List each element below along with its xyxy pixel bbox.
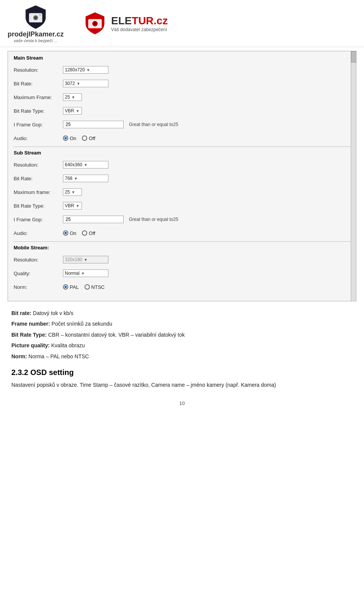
sub-stream-resolution-label: Resolution:	[14, 162, 63, 168]
sub-stream-audio-on-label: On	[70, 230, 76, 236]
body-line1-text: Datový tok v kb/s	[31, 310, 73, 316]
mobile-stream-norm-pal-dot	[63, 284, 68, 290]
resolution-arrow-icon: ▼	[86, 68, 90, 72]
main-stream-resolution-select[interactable]: 1280x720 ▼	[63, 66, 108, 74]
stream-settings-panel: Main Stream Resolution: 1280x720 ▼ Bit R…	[8, 51, 356, 301]
eletur-prefix: ELE	[111, 15, 132, 27]
main-stream-bitrate-type-label: Bit Rate Type:	[14, 108, 63, 114]
maxframe-arrow-icon: ▼	[71, 95, 75, 99]
main-stream-audio-on-dot	[63, 136, 68, 141]
sub-stream-audio-on-radio[interactable]: On	[63, 230, 76, 236]
main-stream-audio-control: On Off	[63, 136, 95, 141]
sub-stream-bitrate-type-value: VBR	[65, 203, 74, 208]
main-stream-resolution-control: 1280x720 ▼	[63, 66, 108, 74]
bitrate-arrow-icon: ▼	[77, 82, 80, 86]
sub-stream-resolution-row: Resolution: 640x360 ▼	[14, 159, 350, 170]
quality-arrow-icon: ▼	[81, 271, 85, 276]
sub-stream-bitrate-select[interactable]: 768 ▼	[63, 175, 108, 182]
shield-left-icon	[22, 4, 49, 30]
svg-point-6	[94, 22, 97, 25]
body-line-5: Norm: Norma – PAL nebo NTSC	[11, 352, 353, 361]
main-stream-audio-off-dot	[82, 136, 87, 141]
body-line3-bold: Bit Rate Type:	[11, 332, 47, 338]
main-content: Main Stream Resolution: 1280x720 ▼ Bit R…	[0, 47, 364, 421]
sub-stream-iframe-label: I Frame Gop:	[14, 217, 63, 222]
sub-bitrate-type-arrow-icon: ▼	[76, 204, 80, 208]
main-stream-audio-on-label: On	[70, 136, 76, 141]
section-divider-2	[14, 241, 350, 242]
main-stream-iframe-input[interactable]	[63, 121, 124, 128]
main-stream-bitrate-value: 3072	[65, 81, 75, 86]
mobile-stream-quality-value: Normal	[65, 271, 80, 276]
sub-stream-bitrate-control: 768 ▼	[63, 175, 108, 182]
mobile-stream-title: Mobile Stream:	[14, 245, 350, 251]
main-stream-resolution-value: 1280x720	[65, 67, 85, 72]
mobile-stream-quality-label: Quality:	[14, 271, 63, 276]
mobile-resolution-arrow-icon: ▼	[84, 258, 88, 262]
sub-stream-resolution-select[interactable]: 640x360 ▼	[63, 161, 108, 169]
sub-stream-bitrate-type-select[interactable]: VBR ▼	[63, 202, 82, 210]
mobile-stream-norm-ntsc-dot	[85, 284, 90, 290]
sub-stream-iframe-input[interactable]	[63, 216, 124, 223]
sub-stream-resolution-control: 640x360 ▼	[63, 161, 108, 169]
bitrate-type-arrow-icon: ▼	[76, 109, 80, 113]
main-stream-audio-off-radio[interactable]: Off	[82, 136, 95, 141]
sub-stream-audio-row: Audio: On Off	[14, 228, 350, 238]
logo-left-brand: prodejIPkamer.cz	[8, 30, 64, 38]
sub-bitrate-arrow-icon: ▼	[74, 176, 78, 181]
main-stream-section: Main Stream Resolution: 1280x720 ▼ Bit R…	[14, 55, 350, 143]
sub-stream-iframe-row: I Frame Gop: Great than or equal to25	[14, 214, 350, 225]
main-stream-maxframe-value: 25	[65, 95, 70, 100]
main-stream-audio-off-label: Off	[89, 136, 95, 141]
body-line1-bold: Bit rate:	[11, 310, 31, 316]
svg-rect-7	[99, 20, 101, 22]
page-header: prodejIPkamer.cz vaše cesta k bezpečí ..…	[0, 0, 364, 47]
logo-left-tagline: vaše cesta k bezpečí ...	[14, 38, 58, 43]
sub-stream-section: Sub Stream Resolution: 640x360 ▼ Bit Rat…	[14, 150, 350, 238]
mobile-stream-resolution-value: 320x180	[65, 257, 82, 262]
body-line2-bold: Frame number:	[11, 321, 50, 327]
main-stream-resolution-row: Resolution: 1280x720 ▼	[14, 65, 350, 75]
sub-stream-maxframe-value: 25	[65, 189, 70, 195]
sub-stream-bitrate-label: Bit Rate:	[14, 176, 63, 181]
mobile-stream-norm-pal-radio[interactable]: PAL	[63, 284, 79, 290]
main-stream-maxframe-label: Maximum Frame:	[14, 95, 63, 100]
main-stream-resolution-label: Resolution:	[14, 67, 63, 73]
main-stream-bitrate-type-value: VBR	[65, 108, 74, 113]
main-stream-bitrate-type-select[interactable]: VBR ▼	[63, 107, 82, 115]
main-stream-bitrate-control: 3072 ▼	[63, 80, 108, 87]
sub-stream-bitrate-value: 768	[65, 176, 72, 181]
logo-left: prodejIPkamer.cz vaše cesta k bezpečí ..…	[8, 4, 64, 43]
sub-stream-maxframe-select[interactable]: 25 ▼	[63, 188, 82, 196]
mobile-stream-norm-row: Norm: PAL NTSC	[14, 282, 350, 292]
sub-stream-audio-off-label: Off	[89, 230, 95, 236]
sub-stream-audio-label: Audio:	[14, 230, 63, 236]
main-stream-audio-on-radio[interactable]: On	[63, 136, 76, 141]
body-line-3: Bit Rate Type: CBR – konstantní datový t…	[11, 331, 353, 339]
mobile-stream-resolution-control: 320x180 ▼	[63, 256, 108, 263]
mobile-stream-norm-ntsc-radio[interactable]: NTSC	[85, 284, 105, 290]
mobile-stream-resolution-select[interactable]: 320x180 ▼	[63, 256, 108, 263]
logo-right-text: ELETUR.cz Váš dodavatel zabezpečení	[111, 15, 168, 32]
body-text-area: Bit rate: Datový tok v kb/s Frame number…	[8, 309, 356, 361]
main-stream-maxframe-row: Maximum Frame: 25 ▼	[14, 92, 350, 102]
scrollbar-thumb[interactable]	[351, 51, 356, 63]
mobile-stream-norm-pal-label: PAL	[70, 284, 79, 290]
main-stream-iframe-hint: Great than or equal to25	[129, 122, 178, 127]
main-stream-maxframe-control: 25 ▼	[63, 93, 82, 101]
main-stream-iframe-row: I Frame Gop: Great than or equal to25	[14, 119, 350, 130]
main-stream-maxframe-select[interactable]: 25 ▼	[63, 93, 82, 101]
mobile-stream-norm-label: Norm:	[14, 284, 63, 290]
main-stream-bitrate-label: Bit Rate:	[14, 81, 63, 87]
body-line2-text: Počet snímků za sekundu	[50, 321, 112, 327]
sub-stream-bitrate-row: Bit Rate: 768 ▼	[14, 173, 350, 184]
main-stream-bitrate-select[interactable]: 3072 ▼	[63, 80, 108, 87]
panel-scrollbar[interactable]	[351, 51, 356, 301]
mobile-stream-quality-select[interactable]: Normal ▼	[63, 269, 108, 277]
sub-stream-title: Sub Stream	[14, 150, 350, 156]
sub-stream-audio-on-dot	[63, 230, 68, 236]
svg-point-2	[34, 16, 38, 19]
section-232-heading: 2.3.2 OSD setting	[11, 368, 353, 377]
main-stream-audio-label: Audio:	[14, 136, 63, 141]
sub-stream-audio-off-radio[interactable]: Off	[82, 230, 95, 236]
